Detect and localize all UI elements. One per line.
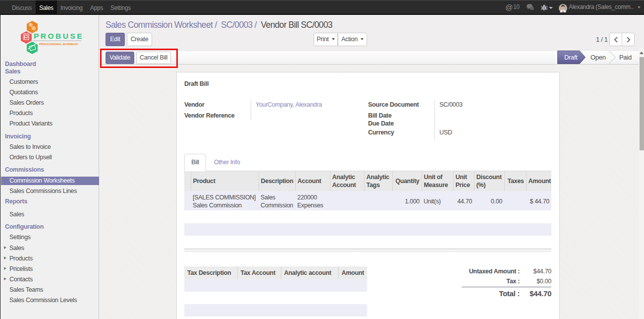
- svg-text:PROFESSIONAL BUSINESS: PROFESSIONAL BUSINESS: [39, 43, 78, 46]
- svg-text:PROBUSE: PROBUSE: [34, 32, 82, 40]
